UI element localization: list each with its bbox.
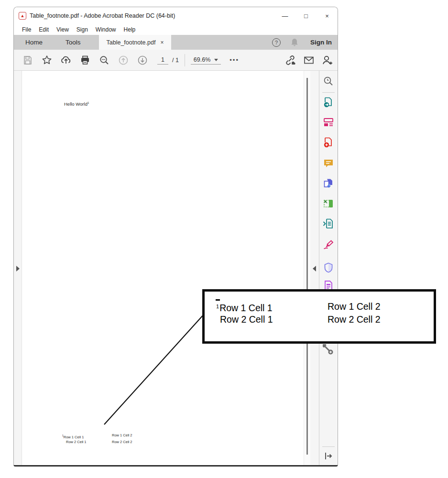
tab-home[interactable]: Home xyxy=(14,35,54,50)
help-icon[interactable]: ? xyxy=(272,38,281,47)
magnifier-dots-icon xyxy=(98,54,110,66)
minimize-button[interactable]: — xyxy=(274,7,295,24)
table-row: 1Row 1 Cell 1 Row 1 Cell 2 xyxy=(62,433,132,440)
notifications-bell-icon[interactable] xyxy=(290,38,299,47)
print-button[interactable] xyxy=(77,52,93,68)
export-pdf-button[interactable] xyxy=(323,97,334,108)
star-icon xyxy=(41,54,53,66)
document-table: 1Row 1 Cell 1 Row 1 Cell 2 Row 2 Cell 1 … xyxy=(62,433,132,445)
toolbar-divider xyxy=(185,54,185,66)
zoom-level-value: 69.6% xyxy=(194,56,210,63)
cloud-upload-icon xyxy=(60,54,72,66)
edit-pdf-icon xyxy=(323,117,334,128)
menu-edit[interactable]: Edit xyxy=(35,25,52,34)
magnified-table-callout: 1Row 1 Cell 1 Row 1 Cell 2 Row 2 Cell 1 … xyxy=(202,289,436,344)
sign-in-button[interactable]: Sign In xyxy=(310,39,332,46)
search-tool-button[interactable] xyxy=(323,76,334,87)
next-page-button[interactable] xyxy=(134,52,151,68)
zoom-search-button[interactable] xyxy=(96,52,112,68)
tab-document[interactable]: Table_footnote.pdf × xyxy=(99,35,172,50)
menu-view[interactable]: View xyxy=(53,25,72,34)
favorite-button[interactable] xyxy=(39,52,55,68)
content-region: Hello World1 1Row 1 Cell 1 Row 1 Cell 2 … xyxy=(14,71,338,465)
share-link-icon[interactable] xyxy=(284,54,296,66)
expand-right-icon xyxy=(323,450,334,462)
search-icon xyxy=(323,76,334,87)
page-number-input[interactable]: 1 xyxy=(157,55,168,65)
callout-row: Row 2 Cell 1 Row 2 Cell 2 xyxy=(216,314,434,326)
menu-sign[interactable]: Sign xyxy=(73,25,91,34)
fill-sign-pen-icon xyxy=(323,239,334,250)
scrollbar-thumb[interactable] xyxy=(306,78,308,455)
vertical-scrollbar[interactable] xyxy=(304,71,310,465)
shield-icon xyxy=(323,262,334,273)
tab-tools[interactable]: Tools xyxy=(54,35,92,50)
title-bar: ▲ Table_footnote.pdf - Adobe Acrobat Rea… xyxy=(14,7,338,24)
edit-pdf-button[interactable] xyxy=(323,117,334,128)
heading-footnote-marker: 1 xyxy=(87,101,89,104)
table-row: Row 2 Cell 1 Row 2 Cell 2 xyxy=(62,440,132,445)
menu-file[interactable]: File xyxy=(19,25,34,34)
screenshot-canvas: ▲ Table_footnote.pdf - Adobe Acrobat Rea… xyxy=(0,0,448,478)
sidebar-divider xyxy=(322,446,335,447)
tab-bar: Home Tools Table_footnote.pdf × ? Sign I… xyxy=(14,35,338,50)
zoom-level-dropdown[interactable]: 69.6% xyxy=(191,55,221,65)
window-title: Table_footnote.pdf - Adobe Acrobat Reade… xyxy=(30,12,175,19)
collapse-tools-pane-icon[interactable] xyxy=(313,266,316,272)
nav-pane-strip xyxy=(14,71,22,465)
scan-ocr-button[interactable] xyxy=(323,198,334,209)
save-button[interactable] xyxy=(20,52,36,68)
add-tools-button[interactable] xyxy=(323,344,334,356)
acrobat-reader-window: ▲ Table_footnote.pdf - Adobe Acrobat Rea… xyxy=(13,7,338,467)
tab-document-label: Table_footnote.pdf xyxy=(107,39,156,46)
callout-row: 1Row 1 Cell 1 Row 1 Cell 2 xyxy=(216,301,434,314)
comment-tool-button[interactable] xyxy=(323,157,334,169)
menu-window[interactable]: Window xyxy=(92,25,120,34)
expand-nav-pane-icon[interactable] xyxy=(16,266,20,272)
printer-icon xyxy=(79,54,91,66)
tools-pane-strip xyxy=(310,71,319,465)
tools-sidebar xyxy=(319,71,338,465)
fill-sign-button[interactable] xyxy=(323,239,334,250)
page-total-label: / 1 xyxy=(172,57,179,64)
combine-files-button[interactable] xyxy=(323,178,334,189)
create-pdf-button[interactable] xyxy=(323,137,334,148)
combine-files-icon xyxy=(323,178,334,189)
sign-in-person-icon[interactable] xyxy=(321,54,334,66)
chevron-down-icon xyxy=(214,59,218,61)
maximize-button[interactable]: □ xyxy=(295,7,317,24)
open-tools-pane-button[interactable] xyxy=(323,450,334,462)
protect-pdf-button[interactable] xyxy=(323,262,334,273)
compress-pdf-icon xyxy=(323,218,334,229)
tab-close-icon[interactable]: × xyxy=(160,39,164,46)
compress-pdf-button[interactable] xyxy=(323,218,334,229)
callout-footnote-marker: 1 xyxy=(216,301,219,313)
export-pdf-icon xyxy=(323,97,334,108)
menu-bar: File Edit View Sign Window Help xyxy=(14,24,338,35)
comment-bubble-icon xyxy=(323,157,334,169)
menu-help[interactable]: Help xyxy=(120,25,139,34)
create-pdf-icon xyxy=(323,137,334,148)
close-button[interactable]: × xyxy=(317,7,338,24)
main-toolbar: 1 / 1 69.6% ••• xyxy=(14,50,338,71)
document-page: Hello World1 1Row 1 Cell 1 Row 1 Cell 2 … xyxy=(22,71,304,465)
save-icon xyxy=(22,55,33,65)
more-tools-overflow-button[interactable]: ••• xyxy=(229,56,239,64)
arrow-up-circle-icon xyxy=(118,54,129,66)
document-heading: Hello World1 xyxy=(64,101,89,107)
email-icon[interactable] xyxy=(303,54,315,66)
wrench-plus-icon xyxy=(323,344,334,356)
scan-ocr-icon xyxy=(323,198,334,209)
sidebar-divider xyxy=(322,92,335,93)
adobe-reader-icon: ▲ xyxy=(19,12,26,20)
arrow-down-circle-icon xyxy=(137,54,148,66)
share-cloud-button[interactable] xyxy=(58,52,74,68)
previous-page-button[interactable] xyxy=(115,52,131,68)
